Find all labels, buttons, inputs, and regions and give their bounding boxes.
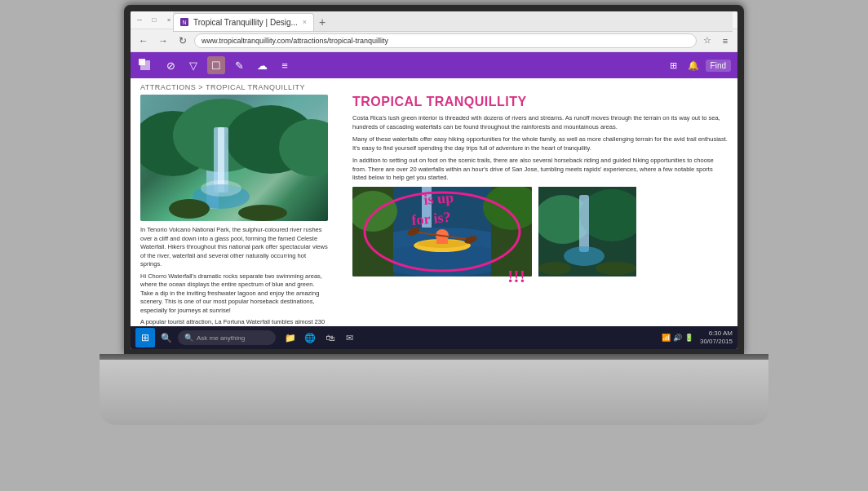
taskbar: ⊞ 🔍 🔍 Ask me anything 📁 🌐 🛍 ✉ 📶 <box>131 326 737 349</box>
taskbar-app-icons: 📁 🌐 🛍 ✉ <box>282 330 357 346</box>
more-tool[interactable]: ≡ <box>276 56 294 74</box>
tab-bar: N Tropical Tranquillity | Desig... × + <box>173 11 733 32</box>
laptop-screen: ─ □ × N Tropical Tranquillity | Desig...… <box>131 11 737 349</box>
page-content: ATTRACTIONS > TROPICAL TRANQUILLITY <box>131 78 737 326</box>
waterfall-right-image <box>538 187 636 276</box>
body-para-1: Costa Rica's lush green interior is thre… <box>352 114 728 131</box>
battery-icon: 🔋 <box>684 334 693 342</box>
breadcrumb: ATTRACTIONS > TROPICAL TRANQUILLITY <box>131 78 737 95</box>
right-column: TROPICAL TRANQUILLITY Costa Rica's lush … <box>352 95 728 326</box>
browser-tab-active[interactable]: N Tropical Tranquillity | Desig... × <box>173 13 314 31</box>
laptop: ─ □ × N Tropical Tranquillity | Desig...… <box>100 5 768 486</box>
clock-time: 6:30 AM <box>700 330 733 338</box>
maximize-button[interactable]: □ <box>150 16 158 24</box>
refresh-button[interactable]: ↻ <box>175 33 191 49</box>
clock-date: 30/07/2015 <box>700 338 733 346</box>
bell-icon[interactable]: 🔔 <box>686 58 701 73</box>
address-text: www.tropicaltranquillity.com/attractions… <box>202 37 388 45</box>
cloud-tool[interactable]: ☁ <box>253 56 271 74</box>
browser-titlebar: ─ □ × N Tropical Tranquillity | Desig...… <box>131 11 737 29</box>
svg-rect-31 <box>579 195 589 252</box>
taskbar-file-icon[interactable]: 📁 <box>282 330 299 346</box>
taskbar-pinned-icons: 🔍 <box>158 330 175 346</box>
left-text-block: In Tenorio Volcano National Park, the su… <box>140 226 328 326</box>
tab-close-icon[interactable]: × <box>303 18 307 26</box>
svg-point-9 <box>201 180 241 197</box>
second-image-row <box>352 187 728 276</box>
taskbar-right: 📶 🔊 🔋 6:30 AM 30/07/2015 <box>662 330 733 347</box>
draw-tool[interactable]: ▽ <box>184 56 202 74</box>
search-text: Ask me anything <box>197 334 245 342</box>
search-icon: 🔍 <box>184 334 193 342</box>
taskbar-mail-icon[interactable]: ✉ <box>341 330 357 346</box>
screen-bezel: ─ □ × N Tropical Tranquillity | Desig...… <box>124 5 744 356</box>
right-waterfall-svg <box>538 187 636 276</box>
taskbar-clock: 6:30 AM 30/07/2015 <box>700 330 733 347</box>
find-button[interactable]: Find <box>706 60 731 72</box>
svg-point-32 <box>564 246 604 266</box>
laptop-base <box>100 360 768 425</box>
left-para-1: In Tenorio Volcano National Park, the su… <box>140 226 328 269</box>
page-title: TROPICAL TRANQUILLITY <box>352 95 728 109</box>
body-para-2: Many of these waterfalls offer easy hiki… <box>352 135 728 153</box>
kayak-svg <box>352 187 532 276</box>
taskbar-search-icon[interactable]: 🔍 <box>158 330 175 346</box>
svg-point-11 <box>238 205 287 221</box>
grid-icon[interactable]: ⊞ <box>666 58 681 73</box>
new-tab-button[interactable]: + <box>314 13 330 31</box>
home-tool[interactable]: ⊘ <box>162 56 179 74</box>
toolbar-right: ☆ ≡ <box>700 33 733 48</box>
volume-icon: 🔊 <box>673 334 682 342</box>
highlight-tool[interactable]: ☐ <box>207 56 225 74</box>
taskbar-browser-icon[interactable]: 🌐 <box>302 330 318 346</box>
address-bar[interactable]: www.tropicaltranquillity.com/attractions… <box>194 33 697 48</box>
menu-icon[interactable]: ≡ <box>718 33 733 48</box>
tab-title: Tropical Tranquillity | Desig... <box>193 18 298 27</box>
taskbar-search[interactable]: 🔍 Ask me anything <box>178 330 276 345</box>
svg-point-10 <box>169 199 210 219</box>
svg-point-33 <box>538 262 571 275</box>
close-button[interactable]: × <box>165 16 173 24</box>
bookmark-icon[interactable]: ☆ <box>700 33 715 48</box>
network-icon: 📶 <box>662 334 671 342</box>
left-para-2: Hi Chorro Waterfall's dramatic rocks sep… <box>140 272 328 316</box>
page-body: In Tenorio Volcano National Park, the su… <box>131 95 737 326</box>
waterfall-svg <box>140 95 328 221</box>
main-waterfall-image <box>140 95 328 221</box>
minimize-button[interactable]: ─ <box>135 16 144 24</box>
left-column: In Tenorio Volcano National Park, the su… <box>140 95 344 326</box>
left-para-3: A popular tourist attraction, La Fortuna… <box>140 318 328 326</box>
ribbon-logo <box>137 57 152 73</box>
ribbon-right: ⊞ 🔔 Find <box>666 58 731 73</box>
back-button[interactable]: ← <box>135 33 152 49</box>
app-ribbon: ⊘ ▽ ☐ ✎ ☁ ≡ ⊞ 🔔 Find <box>131 52 737 78</box>
window-controls: ─ □ × <box>135 16 173 24</box>
kayak-image-container <box>352 187 532 276</box>
svg-point-34 <box>596 262 636 275</box>
body-para-3: In addition to setting out on foot on th… <box>352 157 728 183</box>
pen-tool[interactable]: ✎ <box>230 56 248 74</box>
svg-rect-19 <box>422 187 432 228</box>
forward-button[interactable]: → <box>155 33 171 49</box>
taskbar-store-icon[interactable]: 🛍 <box>321 330 338 346</box>
sys-icons: 📶 🔊 🔋 <box>662 334 693 342</box>
tab-favicon: N <box>180 18 188 26</box>
start-button[interactable]: ⊞ <box>135 328 155 347</box>
browser-toolbar: ← → ↻ www.tropicaltranquillity.com/attra… <box>131 29 737 52</box>
kayak-image <box>352 187 532 276</box>
